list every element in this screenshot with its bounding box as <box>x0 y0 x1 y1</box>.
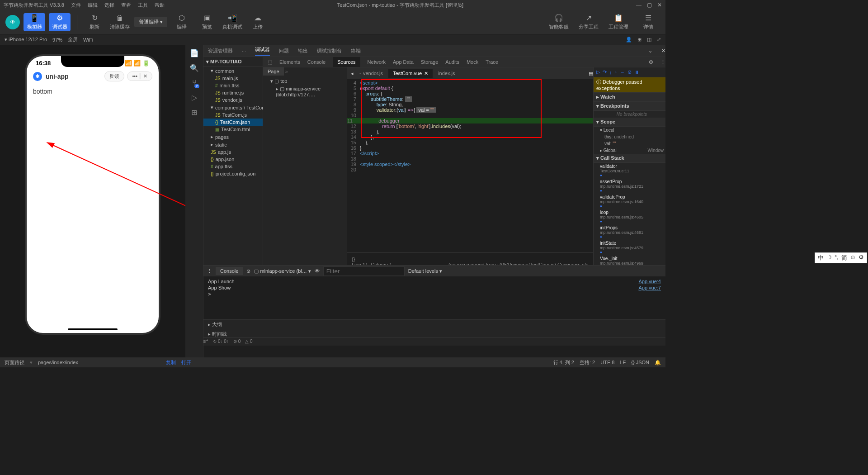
language-mode[interactable]: {} JSON <box>631 360 649 365</box>
compile-button[interactable]: ⬡编译 <box>171 14 193 30</box>
callstack-header[interactable]: ▾ Call Stack <box>594 154 665 163</box>
refresh-button[interactable]: ↻刷新 <box>84 14 105 30</box>
folder-common[interactable]: ▾ common <box>203 67 263 75</box>
tab-terminal[interactable]: 终端 <box>351 48 361 54</box>
breakpoints-header[interactable]: ▾ Breakpoints <box>594 102 665 111</box>
errors-count[interactable]: ⊘ 0 <box>233 339 241 345</box>
tab-storage[interactable]: Storage <box>421 59 439 65</box>
warnings-count[interactable]: △ 0 <box>245 339 252 345</box>
console-source-link[interactable]: App.vue:4 <box>638 279 661 284</box>
resume-icon[interactable]: ▷ <box>596 69 600 75</box>
file-testcom-ttml[interactable]: ▤ TestCom.ttml <box>203 126 263 133</box>
screen-dropdown[interactable]: 全屏 <box>68 36 78 43</box>
stack-frame[interactable]: validatorTestCom.vue:11● <box>594 163 665 178</box>
tab-appdata[interactable]: App Data <box>393 59 414 65</box>
stack-frame[interactable]: loopmp.runtime.esm.js:4605● <box>594 209 665 224</box>
stack-frame[interactable]: assertPropmp.runtime.esm.js:1721● <box>594 178 665 194</box>
file-app-json[interactable]: {} app.json <box>203 156 263 163</box>
device-model-dropdown[interactable]: ▾ iPhone 12/12 Pro <box>5 37 47 43</box>
preview-button[interactable]: ▣预览 <box>196 14 218 30</box>
maximize-icon[interactable]: ▢ <box>647 2 652 8</box>
open-link[interactable]: 打开 <box>181 359 191 366</box>
file-runtime-js[interactable]: JS runtime.js <box>203 89 263 96</box>
pause-exceptions-icon[interactable]: ⏸ <box>634 70 639 75</box>
tab-elements[interactable]: Elements <box>279 59 300 65</box>
grid-icon[interactable]: ⊞ <box>637 37 642 43</box>
step-out-icon[interactable]: ↑ <box>615 70 618 75</box>
tab-console[interactable]: Console <box>307 59 326 65</box>
git-sync[interactable]: ↻ 0↓ 0↑ <box>213 339 229 345</box>
collapse-icon[interactable]: ⤢ <box>657 37 661 43</box>
file-tree-root[interactable]: ▾ MP-TOUTIAO <box>203 57 263 67</box>
watch-header[interactable]: ▸ Watch <box>594 93 665 102</box>
stack-frame[interactable]: initStatemp.runtime.esm.js:4579● <box>594 240 665 255</box>
network-dropdown[interactable]: WiFi <box>83 37 93 43</box>
layout-icon[interactable]: ◫ <box>647 37 651 43</box>
close-icon[interactable]: ✕ <box>657 2 662 8</box>
git-icon[interactable]: ⑂2 <box>192 79 197 87</box>
folder-pages[interactable]: ▸ pages <box>203 133 263 141</box>
tab-network[interactable]: Network <box>368 59 386 65</box>
eye-icon[interactable]: 👁 <box>315 268 320 274</box>
braces-icon[interactable]: {} <box>352 256 589 262</box>
src-miniapp[interactable]: ▸ ▢ miniapp-service (blob:http://127.… <box>265 85 345 98</box>
menu-tools[interactable]: 工具 <box>138 2 148 9</box>
file-vendor-js[interactable]: JS vendor.js <box>203 96 263 104</box>
avatar-small-icon[interactable]: 👤 <box>626 37 632 43</box>
file-project-config[interactable]: {} project.config.json <box>203 170 263 177</box>
menu-help[interactable]: 帮助 <box>155 2 165 9</box>
tab-debugger[interactable]: 调试器 <box>255 46 270 56</box>
debugger-button[interactable]: ⚙调试器 <box>49 13 71 31</box>
inspect-icon[interactable]: ⬚ <box>268 59 272 65</box>
code-editor[interactable]: 4<script> 5export default { 6 props: { 7… <box>347 79 593 252</box>
menu-view[interactable]: 查看 <box>121 2 131 9</box>
scope-local[interactable]: ▾ Local <box>594 127 665 133</box>
project-manage-button[interactable]: 📋工程管理 <box>608 14 629 30</box>
console-prompt[interactable]: > <box>208 291 661 297</box>
filter-input[interactable] <box>323 266 405 276</box>
src-top[interactable]: ▾ ▢ top <box>265 77 345 85</box>
clear-console-icon[interactable]: ⊘ <box>246 268 250 274</box>
menu-file[interactable]: 文件 <box>71 2 81 9</box>
minimize-icon[interactable]: — <box>636 2 642 8</box>
indent-setting[interactable]: 空格: 2 <box>580 359 595 366</box>
folder-testcom[interactable]: ▾ components \ TestCom <box>203 104 263 111</box>
tab-testcom-vue[interactable]: TestCom.vue ✕ <box>388 69 433 78</box>
tab-index-js[interactable]: index.js <box>434 69 459 78</box>
zoom-dropdown[interactable]: 97% <box>52 37 62 43</box>
stack-frame[interactable]: initPropsmp.runtime.esm.js:4661● <box>594 224 665 240</box>
share-project-button[interactable]: ↗分享工程 <box>578 14 599 30</box>
clear-cache-button[interactable]: 🗑清除缓存 <box>109 14 131 30</box>
step-over-icon[interactable]: ↷ <box>603 69 607 75</box>
console-tab[interactable]: Console <box>216 267 243 275</box>
feedback-button[interactable]: 反馈 <box>104 71 124 81</box>
menu-select[interactable]: 选择 <box>104 2 114 9</box>
capsule-menu[interactable]: ••• │ ✕ <box>127 71 152 81</box>
details-button[interactable]: ☰详情 <box>637 14 659 30</box>
search-icon[interactable]: 🔍 <box>190 64 199 72</box>
tab-sources[interactable]: Sources <box>333 57 360 67</box>
stack-frame[interactable]: validatePropmp.runtime.esm.js:1640● <box>594 194 665 209</box>
real-debug-button[interactable]: 📲真机调试 <box>222 14 243 30</box>
file-main-js[interactable]: JS main.js <box>203 75 263 82</box>
file-testcom-js[interactable]: JS TestCom.js <box>203 111 263 119</box>
file-app-ttss[interactable]: # app.ttss <box>203 163 263 170</box>
tab-debug-console[interactable]: 调试控制台 <box>317 48 342 54</box>
tab-explorer[interactable]: 资源管理器 <box>208 48 233 54</box>
extensions-icon[interactable]: ⊞ <box>191 108 197 117</box>
more-tabs-icon[interactable]: ▤ <box>589 71 593 76</box>
gear-icon[interactable]: ⚙ <box>649 59 653 65</box>
tab-vendor-js[interactable]: ▫ vendor.js <box>354 69 387 78</box>
bell-icon[interactable]: 🔔 <box>655 360 661 366</box>
file-main-ttss[interactable]: # main.ttss <box>203 82 263 89</box>
prev-tab-icon[interactable]: ◂ <box>351 71 354 76</box>
step-into-icon[interactable]: ↓ <box>609 70 612 75</box>
compile-mode-dropdown[interactable]: 普通编译 ▾ <box>134 17 167 27</box>
scope-global[interactable]: ▸ Global Window <box>594 147 665 154</box>
file-testcom-json[interactable]: {} TestCom.json <box>203 119 263 126</box>
console-source-link[interactable]: App.vue:7 <box>638 285 661 290</box>
deactivate-bp-icon[interactable]: ⊘ <box>627 69 632 75</box>
debug-icon[interactable]: ▷ <box>192 93 197 102</box>
chevron-down-icon[interactable]: ⌄ <box>648 48 652 54</box>
console-more-icon[interactable]: ⋮ <box>207 268 212 274</box>
